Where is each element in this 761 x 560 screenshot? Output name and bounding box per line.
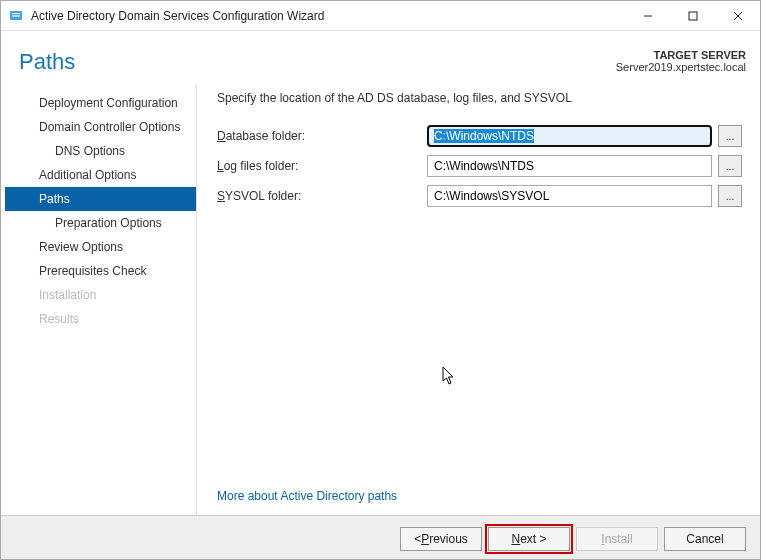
main-panel: Specify the location of the AD DS databa…: [197, 85, 760, 515]
svg-rect-4: [689, 12, 697, 20]
header: Paths TARGET SERVER Server2019.xpertstec…: [1, 31, 760, 85]
page-title: Paths: [19, 45, 75, 75]
footer: < Previous Next > Install Cancel: [1, 515, 760, 560]
titlebar: Active Directory Domain Services Configu…: [1, 1, 760, 31]
browse-button-2[interactable]: ...: [718, 185, 742, 207]
next-button[interactable]: Next >: [488, 527, 570, 551]
instruction-text: Specify the location of the AD DS databa…: [217, 91, 742, 105]
path-row-2: SYSVOL folder:...: [217, 183, 742, 209]
path-input-2[interactable]: [427, 185, 712, 207]
path-label-1: Log files folder:: [217, 159, 427, 173]
browse-button-0[interactable]: ...: [718, 125, 742, 147]
maximize-button[interactable]: [670, 1, 715, 31]
wizard-icon: [9, 8, 25, 24]
target-server-name: Server2019.xpertstec.local: [616, 61, 746, 73]
previous-button[interactable]: < Previous: [400, 527, 482, 551]
sidebar-item-results: Results: [5, 307, 196, 331]
sidebar-item-installation: Installation: [5, 283, 196, 307]
svg-rect-1: [12, 13, 20, 14]
path-label-0: Database folder:: [217, 129, 427, 143]
sidebar-item-domain-controller-options[interactable]: Domain Controller Options: [5, 115, 196, 139]
target-server-label: TARGET SERVER: [616, 49, 746, 61]
sidebar-item-prerequisites-check[interactable]: Prerequisites Check: [5, 259, 196, 283]
path-input-0[interactable]: [427, 125, 712, 147]
minimize-button[interactable]: [625, 1, 670, 31]
sidebar-item-deployment-configuration[interactable]: Deployment Configuration: [5, 91, 196, 115]
sidebar: Deployment ConfigurationDomain Controlle…: [5, 85, 197, 515]
install-button: Install: [576, 527, 658, 551]
browse-button-1[interactable]: ...: [718, 155, 742, 177]
cancel-button[interactable]: Cancel: [664, 527, 746, 551]
sidebar-item-dns-options[interactable]: DNS Options: [5, 139, 196, 163]
sidebar-item-additional-options[interactable]: Additional Options: [5, 163, 196, 187]
path-label-2: SYSVOL folder:: [217, 189, 427, 203]
path-row-1: Log files folder:...: [217, 153, 742, 179]
window-title: Active Directory Domain Services Configu…: [31, 9, 625, 23]
close-button[interactable]: [715, 1, 760, 31]
sidebar-item-review-options[interactable]: Review Options: [5, 235, 196, 259]
more-about-link[interactable]: More about Active Directory paths: [217, 489, 397, 503]
target-server-block: TARGET SERVER Server2019.xpertstec.local: [616, 45, 746, 73]
svg-rect-2: [12, 15, 20, 16]
sidebar-item-paths[interactable]: Paths: [5, 187, 196, 211]
path-input-1[interactable]: [427, 155, 712, 177]
path-row-0: Database folder:...: [217, 123, 742, 149]
sidebar-item-preparation-options[interactable]: Preparation Options: [5, 211, 196, 235]
